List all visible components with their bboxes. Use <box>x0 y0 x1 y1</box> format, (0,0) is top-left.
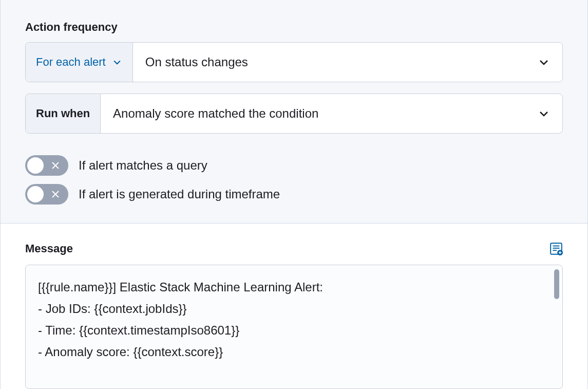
message-textarea[interactable]: [{{rule.name}}] Elastic Stack Machine Le… <box>25 265 563 389</box>
x-icon <box>51 161 60 170</box>
toggle-during-timeframe-row: If alert is generated during timeframe <box>25 184 563 205</box>
chevron-down-icon <box>538 56 550 68</box>
action-config-panel: Action frequency For each alert On statu… <box>0 0 588 389</box>
add-variable-icon[interactable] <box>549 242 563 255</box>
toggle-matches-query[interactable] <box>25 155 68 176</box>
toggle-during-timeframe-label: If alert is generated during timeframe <box>79 187 280 201</box>
toggle-matches-query-row: If alert matches a query <box>25 155 563 176</box>
action-frequency-section: Action frequency For each alert On statu… <box>1 0 587 224</box>
scrollbar-thumb[interactable] <box>554 269 559 299</box>
x-icon <box>51 190 60 199</box>
toggle-matches-query-label: If alert matches a query <box>79 158 207 173</box>
run-when-row: Run when Anomaly score matched the condi… <box>25 94 563 134</box>
action-frequency-heading: Action frequency <box>25 21 563 34</box>
toggle-knob <box>27 157 44 174</box>
message-heading: Message <box>25 242 73 255</box>
run-when-label-box: Run when <box>26 94 101 133</box>
frequency-scope-label: For each alert <box>36 55 106 69</box>
toggle-knob <box>27 186 44 202</box>
toggle-during-timeframe[interactable] <box>25 184 68 205</box>
run-when-selector[interactable]: Anomaly score matched the condition <box>101 94 562 133</box>
message-header: Message <box>25 242 563 255</box>
message-body: [{{rule.name}}] Elastic Stack Machine Le… <box>38 276 550 363</box>
frequency-trigger-selector[interactable]: On status changes <box>133 43 562 82</box>
frequency-scope-selector[interactable]: For each alert <box>26 43 133 82</box>
chevron-down-icon <box>538 107 550 120</box>
frequency-trigger-value: On status changes <box>145 55 248 69</box>
run-when-value: Anomaly score matched the condition <box>113 106 318 121</box>
frequency-scope-trigger-row: For each alert On status changes <box>25 42 563 82</box>
message-section: Message [{{rule.name}}] Elastic Stack Ma… <box>1 224 587 389</box>
chevron-down-icon <box>112 57 122 67</box>
run-when-label: Run when <box>36 107 90 120</box>
